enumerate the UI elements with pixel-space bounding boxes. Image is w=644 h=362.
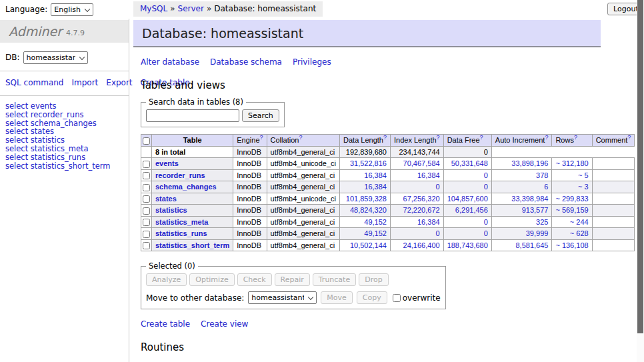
table-name-link[interactable]: events: [155, 159, 179, 167]
collation-cell: utf8mb4_unicode_ci: [267, 158, 339, 170]
data-length-cell: 48,824,320: [340, 205, 391, 217]
totals-index-length: 234,143,744: [390, 146, 443, 158]
breadcrumb-mysql-link[interactable]: MySQL: [140, 4, 167, 13]
sidebar-select-table-link[interactable]: select events: [5, 102, 129, 111]
totals-row: 8 in total InnoDB utf8mb4_general_ci 192…: [141, 146, 635, 158]
selected-actions: AnalyzeOptimizeCheckRepairTruncateDrop: [146, 273, 441, 286]
row-checkbox[interactable]: [143, 231, 150, 238]
sidebar-action-link[interactable]: SQL command: [5, 78, 63, 87]
column-header-rows: Rows?: [552, 135, 592, 147]
data-free-cell: 6,291,456: [443, 205, 491, 217]
sidebar-select-table-link[interactable]: select recorder_runs: [5, 111, 129, 119]
table-name-link[interactable]: statistics_runs: [155, 229, 207, 237]
sidebar-actions: SQL commandImportExportCreate table: [0, 71, 129, 96]
table-row: statistics_meta InnoDB utf8mb4_general_c…: [141, 216, 635, 228]
help-link[interactable]: ?: [574, 135, 577, 141]
row-checkbox[interactable]: [143, 195, 150, 203]
table-name-link[interactable]: states: [155, 195, 177, 203]
rows-count-cell: ~ 569,159: [552, 205, 592, 217]
scrollbar-thumb[interactable]: [637, 0, 643, 333]
table-name-link[interactable]: schema_changes: [155, 183, 217, 191]
database-nav-link[interactable]: Database schema: [210, 57, 282, 67]
comment-cell: [592, 228, 635, 240]
app-name: Adminer: [9, 24, 62, 39]
db-select[interactable]: homeassistant: [23, 51, 88, 64]
copy-button: Copy: [357, 291, 387, 304]
data-length-cell: 49,152: [340, 228, 391, 240]
data-free-cell: 0: [443, 216, 491, 228]
main-content: Database: homeassistant Alter databaseDa…: [133, 20, 601, 362]
column-header-table: Table: [152, 135, 233, 147]
database-nav-links: Alter databaseDatabase schemaPrivileges: [141, 57, 601, 67]
row-checkbox[interactable]: [143, 207, 150, 215]
breadcrumb-server-link[interactable]: Server: [178, 4, 204, 13]
help-link[interactable]: ?: [299, 135, 302, 141]
row-checkbox-cell: [141, 216, 152, 228]
table-row: recorder_runs InnoDB utf8mb4_general_ci …: [141, 169, 635, 181]
index-length-cell: 70,467,584: [390, 158, 443, 170]
sidebar-divider: [129, 19, 129, 362]
row-checkbox[interactable]: [143, 172, 150, 179]
totals-empty-cell: [141, 146, 152, 158]
engine-cell: InnoDB: [233, 158, 267, 170]
selected-action-button: Check: [237, 273, 272, 286]
help-link[interactable]: ?: [383, 135, 387, 141]
rows-count-cell: ~ 312,180: [552, 158, 592, 170]
sidebar-select-table-link[interactable]: select statistics_runs: [5, 153, 129, 162]
row-checkbox[interactable]: [143, 184, 150, 191]
table-name-link[interactable]: statistics_meta: [155, 218, 209, 226]
select-all-checkbox[interactable]: [143, 137, 150, 145]
table-name-link[interactable]: statistics_short_term: [155, 241, 229, 249]
help-link[interactable]: ?: [260, 135, 263, 141]
rows-count-cell: ~ 628: [552, 228, 592, 240]
selected-fieldset: Selected (0) AnalyzeOptimizeCheckRepairT…: [141, 261, 446, 309]
row-checkbox[interactable]: [143, 242, 150, 249]
table-row: statistics InnoDB utf8mb4_general_ci 48,…: [141, 205, 635, 217]
index-length-cell: 0: [390, 228, 443, 240]
create-link[interactable]: Create table: [141, 319, 190, 329]
help-link[interactable]: ?: [627, 135, 631, 141]
create-link[interactable]: Create view: [201, 319, 248, 329]
column-header-data-length: Data Length?: [340, 135, 391, 147]
overwrite-checkbox[interactable]: [393, 294, 401, 302]
breadcrumb-current: Database: homeassistant: [214, 4, 316, 13]
routines-heading: Routines: [141, 341, 601, 353]
row-checkbox[interactable]: [143, 161, 150, 168]
engine-cell: InnoDB: [233, 205, 267, 217]
create-links: Create tableCreate view: [141, 319, 601, 329]
app-brand: Adminer 4.7.9: [0, 20, 129, 43]
column-header-comment: Comment?: [592, 135, 635, 147]
table-row: schema_changes InnoDB utf8mb4_general_ci…: [141, 181, 635, 193]
column-header-auto-increment: Auto Increment?: [491, 135, 552, 147]
sidebar-select-table-link[interactable]: select statistics_short_term: [5, 162, 129, 171]
search-button[interactable]: Search: [242, 109, 279, 122]
row-checkbox-cell: [141, 228, 152, 240]
database-nav-link[interactable]: Alter database: [141, 57, 199, 67]
search-input[interactable]: [146, 109, 239, 122]
row-checkbox[interactable]: [143, 219, 150, 226]
table-name-cell: recorder_runs: [152, 169, 233, 181]
collation-cell: utf8mb4_unicode_ci: [267, 193, 339, 205]
table-name-cell: statistics_short_term: [152, 239, 233, 251]
database-nav-link[interactable]: Privileges: [293, 57, 331, 67]
table-name-link[interactable]: statistics: [155, 206, 187, 214]
help-link[interactable]: ?: [437, 135, 440, 141]
sidebar-select-table-link[interactable]: select statistics_meta: [5, 145, 129, 153]
move-db-select[interactable]: homeassistant: [248, 291, 317, 304]
index-length-cell: 24,166,400: [390, 239, 443, 251]
help-link[interactable]: ?: [480, 135, 483, 141]
totals-data-free: 0: [443, 146, 491, 158]
breadcrumb-separator: »: [207, 4, 211, 13]
index-length-cell: 16,384: [390, 216, 443, 228]
collation-cell: utf8mb4_general_ci: [267, 228, 339, 240]
auto-increment-cell: 8,581,645: [491, 239, 552, 251]
search-fieldset: Search data in tables (8) Search: [141, 97, 285, 127]
sidebar-action-link[interactable]: Import: [71, 78, 98, 87]
selected-action-button: Analyze: [146, 273, 187, 286]
data-free-cell: 0: [443, 181, 491, 193]
overwrite-label: overwrite: [403, 293, 441, 303]
table-name-link[interactable]: recorder_runs: [155, 171, 205, 179]
help-link[interactable]: ?: [545, 135, 548, 141]
table-row: states InnoDB utf8mb4_unicode_ci 101,859…: [141, 193, 635, 205]
sidebar-table-links: select eventsselect recorder_runsselect …: [0, 96, 129, 170]
